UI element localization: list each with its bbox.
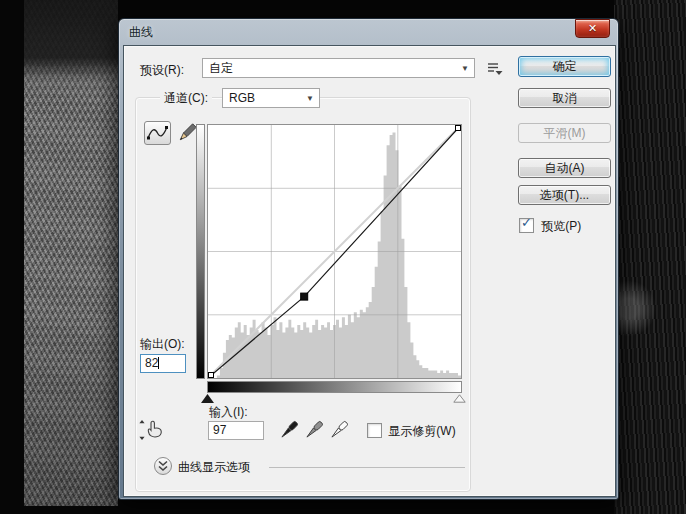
curve-display-options-label[interactable]: 曲线显示选项 [178,459,250,476]
input-field[interactable]: 97 [208,421,264,440]
black-point-eyedropper-button[interactable] [280,419,298,441]
preview-checkbox[interactable]: ✓ [519,218,534,233]
dialog-client-area: 预设(R): 自定 ▼ 确定 取消 平滑(M) 自动(A) 选项(T)... ✓… [123,45,616,497]
channel-label: 通道(C): [160,90,212,107]
gray-eyedropper-icon [305,419,323,441]
curve-plot [208,125,461,378]
smooth-button: 平滑(M) [518,123,611,143]
background-photo-hair [614,0,686,514]
text-caret [158,357,159,369]
output-value: 82 [145,356,158,370]
auto-button[interactable]: 自动(A) [518,158,611,178]
close-button[interactable]: ✕ [575,19,610,38]
preview-checkbox-mark: ✓ [521,215,532,230]
preset-value: 自定 [209,61,233,75]
preview-label[interactable]: 预览(P) [541,219,581,233]
pencil-icon [176,122,198,144]
dialog-titlebar[interactable]: 曲线 [119,19,618,45]
output-label: 输出(O): [140,336,185,353]
preset-options-button[interactable] [484,59,506,78]
show-clipping-label[interactable]: 显示修剪(W) [388,424,455,438]
channel-select[interactable]: RGB ▼ [222,88,320,108]
adjustment-hand-icon [138,416,166,444]
output-gradient-bar [196,124,205,379]
white-eyedropper-icon [330,419,348,441]
curve-point-tool-button[interactable] [144,121,171,145]
chevron-down-icon: ▼ [306,94,314,104]
show-clipping-checkbox[interactable]: ✓ [367,423,382,438]
background-photo-fabric [24,0,118,506]
output-field[interactable]: 82 [140,354,186,373]
curve-tool-icon [145,122,170,144]
gray-point-eyedropper-button[interactable] [305,419,323,441]
cancel-button[interactable]: 取消 [518,88,611,108]
preview-row: ✓ 预览(P) [519,218,581,235]
black-eyedropper-icon [280,419,298,441]
double-chevron-down-icon [155,458,171,474]
ok-button[interactable]: 确定 [518,56,611,77]
black-point-slider[interactable] [201,394,214,403]
separator-line [269,467,465,468]
white-point-slider[interactable] [453,394,466,403]
curve-grid[interactable] [207,124,462,379]
curve-pencil-tool-button[interactable] [176,122,198,144]
options-button[interactable]: 选项(T)... [518,185,611,205]
input-value: 97 [213,423,226,437]
curve-display-options-toggle[interactable] [154,457,172,475]
white-point-eyedropper-button[interactable] [330,419,348,441]
close-icon: ✕ [588,22,597,34]
preset-select[interactable]: 自定 ▼ [202,58,475,78]
preset-label: 预设(R): [140,62,184,79]
curves-dialog: 曲线 ✕ 预设(R): 自定 ▼ 确定 取消 平滑(M) 自动(A) 选项(T)… [118,18,619,500]
channel-value: RGB [229,91,255,105]
input-label: 输入(I): [209,404,248,421]
input-gradient-bar [207,381,462,393]
preset-options-icon [484,59,506,78]
targeted-adjustment-tool-button[interactable] [138,416,168,444]
dialog-title: 曲线 [129,25,153,39]
show-clipping-row: ✓ 显示修剪(W) [367,423,456,440]
chevron-down-icon: ▼ [461,64,469,74]
